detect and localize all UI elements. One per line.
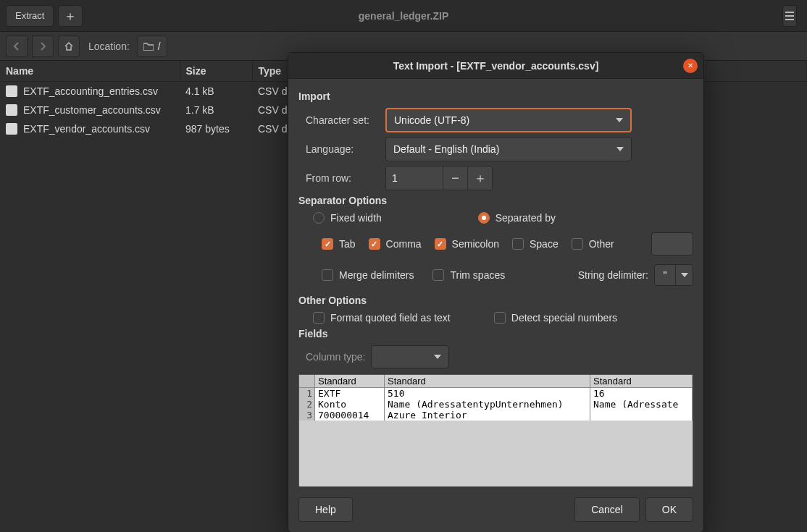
preview-header: Standard Standard Standard	[299, 375, 693, 388]
file-name: EXTF_customer_accounts.csv	[23, 104, 161, 116]
checkbox-tab[interactable]: Tab	[322, 238, 356, 250]
chevron-down-icon	[616, 147, 624, 151]
checkbox-trim-spaces[interactable]: Trim spaces	[432, 269, 505, 281]
language-label: Language:	[306, 143, 385, 155]
location-label: Location:	[88, 41, 130, 52]
help-button[interactable]: Help	[298, 497, 353, 522]
language-value: Default - English (India)	[393, 143, 499, 155]
string-delim-select[interactable]: "	[654, 264, 693, 286]
checkbox-space[interactable]: Space	[512, 238, 559, 250]
folder-icon	[143, 42, 154, 51]
file-size: 987 bytes	[180, 119, 252, 138]
chevron-down-icon	[434, 355, 441, 359]
dialog-titlebar: Text Import - [EXTF_vendor_accounts.csv]…	[288, 53, 703, 79]
window-title: general_ledger.ZIP	[0, 10, 807, 22]
column-header-size[interactable]: Size	[180, 61, 252, 82]
preview-grid[interactable]: Standard Standard Standard 1 EXTF 510 16…	[298, 374, 693, 487]
from-row-input[interactable]	[386, 166, 443, 190]
preview-row[interactable]: 3 700000014 Azure Interior	[299, 410, 693, 421]
charset-value: Unicode (UTF-8)	[394, 114, 469, 126]
preview-col-header[interactable]: Standard	[590, 375, 693, 387]
radio-fixed-width[interactable]: Fixed width	[313, 212, 382, 224]
language-select[interactable]: Default - English (India)	[385, 137, 632, 161]
checkbox-comma[interactable]: Comma	[369, 238, 422, 250]
preview-col-header[interactable]: Standard	[385, 375, 590, 387]
file-size: 1.7 kB	[180, 101, 252, 119]
section-import: Import	[298, 90, 693, 102]
preview-col-header[interactable]: Standard	[315, 375, 385, 387]
nav-forward-button[interactable]	[32, 35, 54, 57]
from-row-spinner[interactable]: − ＋	[385, 166, 493, 190]
radio-separated-by[interactable]: Separated by	[478, 212, 556, 224]
column-type-select[interactable]	[371, 345, 449, 368]
spinner-minus[interactable]: −	[443, 166, 467, 190]
file-icon	[6, 104, 17, 116]
column-header-name[interactable]: Name	[0, 61, 180, 82]
from-row-label: From row:	[306, 172, 385, 184]
checkbox-detect-special[interactable]: Detect special numbers	[494, 312, 617, 324]
location-path: /	[158, 41, 161, 52]
preview-row[interactable]: 1 EXTF 510 16	[299, 388, 693, 399]
ok-button[interactable]: OK	[645, 497, 693, 522]
checkbox-format-quoted[interactable]: Format quoted field as text	[313, 312, 451, 324]
section-separator: Separator Options	[298, 195, 693, 206]
text-import-dialog: Text Import - [EXTF_vendor_accounts.csv]…	[288, 52, 704, 532]
chevron-down-icon	[616, 118, 623, 122]
cancel-button[interactable]: Cancel	[574, 497, 640, 522]
menu-button[interactable]	[782, 5, 797, 27]
file-size: 4.1 kB	[180, 82, 252, 101]
file-name: EXTF_vendor_accounts.csv	[23, 123, 150, 135]
checkbox-semicolon[interactable]: Semicolon	[435, 238, 499, 250]
preview-row[interactable]: 2 Konto Name (AdressatentypUnternehmen) …	[299, 399, 693, 410]
charset-select[interactable]: Unicode (UTF-8)	[385, 108, 632, 132]
string-delim-value: "	[655, 269, 675, 281]
extract-button[interactable]: Extract	[6, 5, 54, 27]
home-button[interactable]	[58, 35, 80, 57]
chevron-down-icon	[675, 265, 693, 285]
file-icon	[6, 123, 17, 135]
close-icon[interactable]: ✕	[683, 59, 698, 73]
other-separator-input[interactable]	[651, 232, 693, 256]
string-delim-label: String delimiter:	[578, 269, 648, 281]
checkbox-other[interactable]: Other	[572, 238, 614, 250]
file-name: EXTF_accounting_entries.csv	[23, 85, 158, 97]
column-type-label: Column type:	[306, 351, 365, 363]
file-icon	[6, 85, 17, 97]
section-other: Other Options	[298, 295, 693, 306]
add-files-button[interactable]: ＋	[58, 5, 83, 27]
main-toolbar: Extract ＋ general_ledger.ZIP	[0, 0, 807, 32]
charset-label: Character set:	[306, 114, 385, 126]
spinner-plus[interactable]: ＋	[467, 166, 492, 190]
dialog-title: Text Import - [EXTF_vendor_accounts.csv]	[393, 60, 599, 72]
section-fields: Fields	[298, 328, 693, 339]
location-box[interactable]: /	[137, 35, 167, 57]
dialog-buttons: Help Cancel OK	[298, 491, 693, 523]
nav-back-button[interactable]	[6, 35, 28, 57]
checkbox-merge-delimiters[interactable]: Merge delimiters	[322, 269, 414, 281]
